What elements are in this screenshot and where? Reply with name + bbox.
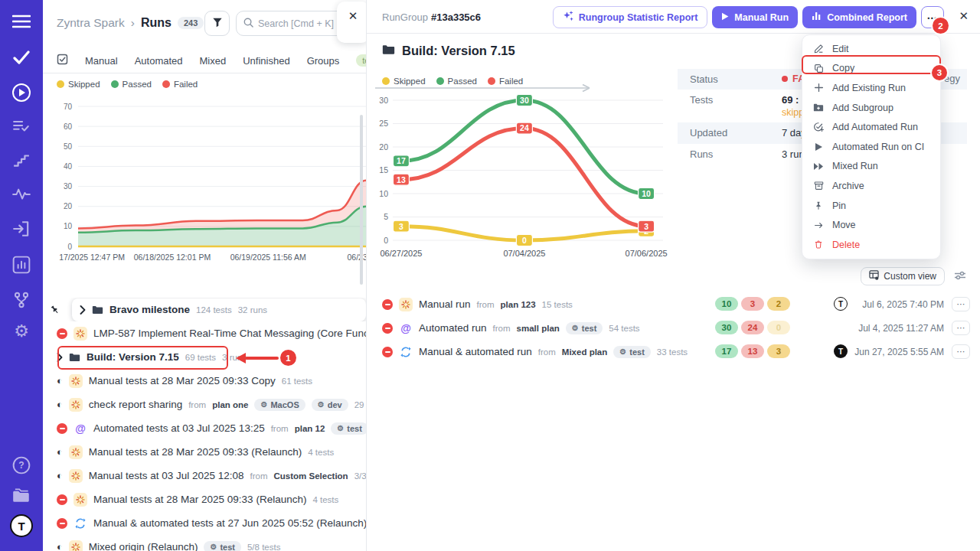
status-dot <box>782 76 788 82</box>
run-title: Automated run <box>419 322 487 334</box>
play-circle-icon[interactable] <box>0 83 43 103</box>
run-failed-icon <box>382 323 393 334</box>
rungroup-run-row[interactable]: Manual & automated runfromMixed plan⚙tes… <box>367 340 980 364</box>
breadcrumb-section[interactable]: Runs <box>141 16 172 30</box>
tab-groups[interactable]: Groups <box>307 55 340 67</box>
menu-item-delete[interactable]: Delete <box>802 235 940 255</box>
view-settings-icon[interactable] <box>954 270 966 284</box>
folders-icon[interactable] <box>0 487 43 504</box>
pinned-group-card[interactable]: Bravo milestone124 tests32 runs <box>72 298 366 321</box>
list-check-icon[interactable] <box>0 119 43 133</box>
run-row[interactable]: ◐Manual tests at 03 Jul 2025 12:08fromCu… <box>43 464 366 487</box>
run-row[interactable]: ◐check report sharingfromplan one⚙MacOS⚙… <box>43 393 366 416</box>
drawer-scrollbar[interactable] <box>360 115 363 285</box>
run-from-plan: small plan <box>517 324 560 333</box>
run-title: Manual tests at 03 Jul 2025 12:08 <box>89 470 244 481</box>
svg-text:5: 5 <box>384 212 388 221</box>
tag-label: dev <box>328 400 342 409</box>
run-more-button[interactable]: ⋯ <box>952 321 970 335</box>
tab-mixed[interactable]: Mixed <box>200 55 227 67</box>
annotation-step-3: 3 <box>932 65 947 80</box>
chevron-right-icon[interactable] <box>57 353 63 362</box>
run-avatar: T <box>834 344 848 358</box>
git-branch-icon[interactable] <box>0 291 43 309</box>
tab-unfinished[interactable]: Unfinished <box>243 55 289 67</box>
run-counts: 17133 <box>715 344 790 358</box>
combined-report-button[interactable]: Combined Report <box>802 6 916 28</box>
tag-label: test <box>220 543 235 551</box>
breadcrumb-project[interactable]: Zyntra Spark <box>57 16 125 30</box>
tag-badge: ⚙test <box>566 322 603 334</box>
search-box[interactable] <box>236 11 348 36</box>
check-icon[interactable] <box>0 51 43 64</box>
menu-item-add-subgroup[interactable]: Add Subgroup <box>802 98 940 118</box>
manual-run-button[interactable]: Manual Run <box>712 6 798 28</box>
run-row[interactable]: ◐Mixed origin (Relaunch)⚙test5/8 tests <box>43 535 366 551</box>
rungroup-title-text: Build: Version 7.15 <box>402 44 515 58</box>
svg-text:13: 13 <box>397 175 406 184</box>
tab-manual[interactable]: Manual <box>85 55 118 67</box>
drawer-close-button[interactable]: ✕ <box>337 2 366 43</box>
context-menu: EditCopyAdd Existing RunAdd SubgroupAdd … <box>802 34 941 259</box>
run-row[interactable]: Manual tests at 28 Mar 2025 09:33 (Relau… <box>43 487 366 511</box>
menu-item-add-automated-run[interactable]: Add Automated Run <box>802 117 940 137</box>
run-from-label: from <box>493 324 511 333</box>
run-more-button[interactable]: ⋯ <box>952 297 970 311</box>
svg-text:0: 0 <box>522 236 527 245</box>
menu-item-automated-run-on-ci[interactable]: Automated Run on CI <box>802 137 940 157</box>
run-title: Manual & automated run <box>419 346 532 357</box>
close-panel-icon[interactable]: ✕ <box>959 9 969 23</box>
menu-item-move[interactable]: Move <box>802 215 940 235</box>
tab-automated[interactable]: Automated <box>135 55 183 67</box>
run-row[interactable]: ◐Manual tests at 28 Mar 2025 09:33 (Rela… <box>43 440 366 464</box>
mixed-run-icon <box>399 345 413 359</box>
run-in-progress-icon: ◐ <box>57 447 63 457</box>
svg-text:60: 60 <box>64 122 73 131</box>
group-row[interactable]: Bravo milestone124 tests32 runs <box>43 298 366 321</box>
bar-chart-icon[interactable] <box>0 256 43 274</box>
folder-icon <box>382 44 395 58</box>
statistic-report-button[interactable]: Rungroup Statistic Report <box>553 6 708 28</box>
custom-view-button[interactable]: Custom view <box>861 267 945 285</box>
run-row[interactable]: Manual & automated tests at 27 Jun 2025 … <box>43 511 366 535</box>
run-tests-count: 4 tests <box>308 448 334 457</box>
menu-item-copy[interactable]: Copy <box>802 59 940 79</box>
menu-item-add-existing-run[interactable]: Add Existing Run <box>802 78 940 98</box>
bar-chart-icon <box>812 11 822 23</box>
rungroup-run-row[interactable]: @Automated runfromsmall plan⚙test54 test… <box>367 316 980 340</box>
run-row-lead: Manual & automated runfromMixed plan⚙tes… <box>382 340 688 364</box>
pulse-icon[interactable] <box>0 187 43 201</box>
menu-item-edit[interactable]: Edit <box>802 39 940 59</box>
manual-run-icon <box>399 298 413 311</box>
runs-filter-tabs: ManualAutomatedMixedUnfinishedGroupstes <box>43 48 366 73</box>
rungroup-runs-list: Manual runfromplan 12315 tests1032TJul 6… <box>367 292 980 364</box>
gear-icon[interactable]: ⚙ <box>0 323 43 340</box>
sign-in-icon[interactable] <box>0 220 43 237</box>
menu-item-mixed-run[interactable]: Mixed Run <box>802 157 940 177</box>
passed-count: 10 <box>715 297 738 311</box>
run-from-plan: plan one <box>212 400 248 409</box>
run-more-button[interactable]: ⋯ <box>952 344 970 359</box>
run-title: Manual run <box>419 298 471 310</box>
select-runs-icon[interactable] <box>57 54 68 68</box>
run-row[interactable]: @Automated tests at 03 Jul 2025 13:25fro… <box>43 416 366 440</box>
help-icon[interactable]: ? <box>0 456 43 474</box>
filter-button[interactable] <box>204 11 230 36</box>
user-avatar[interactable]: T <box>0 514 43 537</box>
run-row[interactable]: LMP-587 Implement Real-Time Chat Messagi… <box>43 321 366 345</box>
menu-item-archive[interactable]: Archive <box>802 176 940 196</box>
run-row[interactable]: ◐Manual tests at 28 Mar 2025 09:33 Copy6… <box>43 369 366 393</box>
run-from-plan: Custom Selection <box>274 471 348 481</box>
steps-icon[interactable] <box>0 153 43 167</box>
menu-icon[interactable] <box>0 14 43 29</box>
detail-label: Status <box>690 73 718 85</box>
pinned-icon <box>50 304 60 318</box>
group-row[interactable]: Build: Version 7.1569 tests3 runs <box>43 345 366 369</box>
run-tests-count: 4 tests <box>312 495 338 504</box>
funnel-icon <box>212 17 223 31</box>
x-tick-label: 06/18/2025 12:01 PM <box>134 253 211 262</box>
chevron-right-icon[interactable] <box>80 305 86 315</box>
search-input[interactable] <box>258 18 335 29</box>
menu-item-pin[interactable]: Pin <box>802 196 940 216</box>
rungroup-run-row[interactable]: Manual runfromplan 12315 tests1032TJul 6… <box>367 292 980 316</box>
